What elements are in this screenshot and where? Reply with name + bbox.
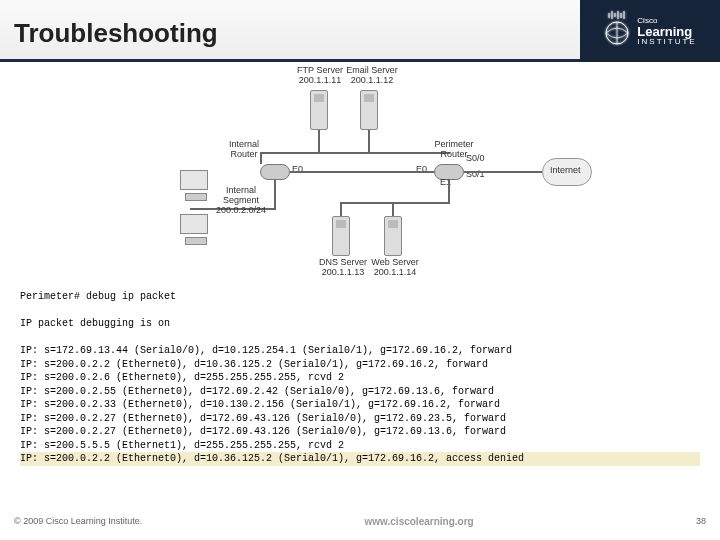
network-diagram: FTP Server 200.1.1.11 Email Server 200.1… [180,70,610,280]
terminal-output: Perimeter# debug ip packet IP packet deb… [20,290,700,466]
brand-logo: Cisco Learning INSTITUTE [580,0,720,62]
dns-label: DNS Server 200.1.1.13 [314,258,372,278]
ftp-server-icon [310,90,328,130]
segment-label: Internal Segment 200.0.2.0/24 [210,186,272,216]
internet-label: Internet [550,166,581,176]
page-number: 38 [696,516,706,526]
footer-url: www.ciscolearning.org [365,516,474,527]
web-label: Web Server 200.1.1.14 [366,258,424,278]
title-bar: Troubleshooting Cisco Learning INSTITUTE [0,0,720,62]
highlighted-line: IP: s=200.0.2.2 (Ethernet0), d=10.36.125… [20,452,700,466]
dns-server-icon [332,216,350,256]
email-server-icon [360,90,378,130]
email-label: Email Server 200.1.1.12 [342,66,402,86]
globe-icon [603,11,631,51]
ftp-label: FTP Server 200.1.1.11 [292,66,348,86]
internal-router-icon [260,164,290,180]
pc-icon-2 [180,214,208,234]
footer: © 2009 Cisco Learning Institute. www.cis… [0,512,720,530]
brand-text: Cisco Learning INSTITUTE [637,17,696,46]
pc-icon-1 [180,170,208,190]
copyright: © 2009 Cisco Learning Institute. [14,516,142,526]
web-server-icon [384,216,402,256]
s00-label: S0/0 [466,154,485,164]
e0-label-b: E0 [416,165,427,175]
e0-label-a: E0 [292,165,303,175]
